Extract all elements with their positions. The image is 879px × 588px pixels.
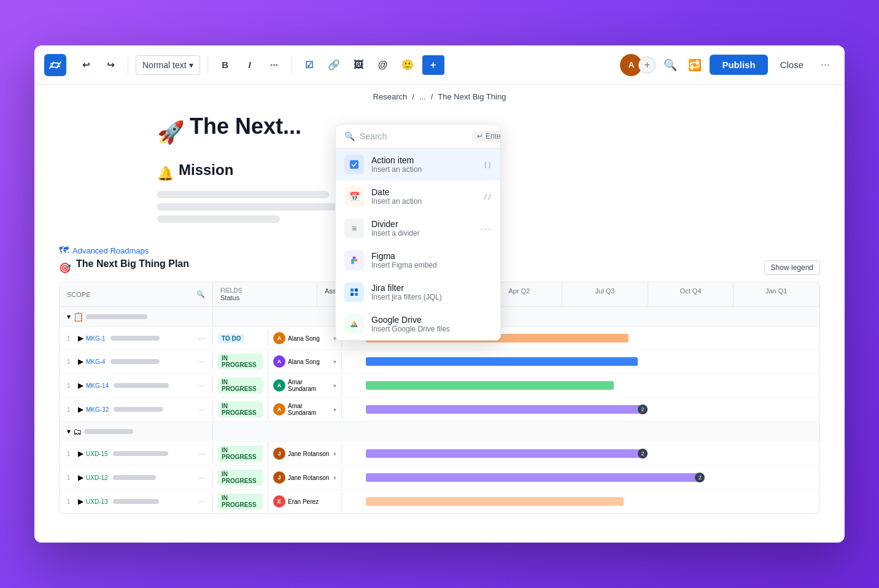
collapse-icon[interactable]: ▾	[67, 427, 71, 436]
insert-button[interactable]: +	[422, 55, 444, 75]
italic-button[interactable]: I	[240, 55, 260, 75]
undo-button[interactable]: ↩	[76, 55, 96, 75]
row-more-icon[interactable]: ···	[199, 381, 205, 390]
menu-item-divider[interactable]: ≡ Divider Insert a divider ---	[336, 212, 500, 244]
avatar-group: A +	[620, 54, 656, 76]
mkg4-bar	[110, 359, 160, 364]
expand-icon[interactable]: ▶	[78, 449, 83, 458]
uxd15-tag[interactable]: UXD-15	[86, 451, 108, 457]
row-more-icon[interactable]: ···	[199, 357, 205, 366]
assignee-chevron[interactable]: ▾	[333, 474, 336, 481]
mkg1-tag[interactable]: MKG-1	[86, 335, 106, 342]
breadcrumb-sep1: /	[412, 92, 414, 101]
more-format-button[interactable]: ···	[265, 55, 284, 75]
table-row: 1 ▶ UXD-12 ··· IN PROGRESS J Jane Rotans…	[60, 466, 819, 490]
status-badge: IN PROGRESS	[218, 354, 263, 369]
mkg4-tag[interactable]: MKG-4	[86, 358, 106, 365]
collapse-icon[interactable]: ▾	[67, 312, 71, 321]
menu-item-jira[interactable]: Jira filter Insert jira filters (JQL)	[336, 276, 500, 308]
task-button[interactable]: ☑	[300, 55, 319, 75]
mkg32-status: IN PROGRESS	[213, 398, 268, 421]
breadcrumb-ellipsis[interactable]: ...	[419, 92, 426, 101]
row-more-icon[interactable]: ···	[199, 405, 205, 414]
mkg14-tag[interactable]: MKG-14	[86, 382, 109, 389]
assignee-avatar: A	[273, 379, 285, 392]
image-button[interactable]: 🖼	[349, 55, 368, 75]
more-options-button[interactable]: ···	[816, 56, 835, 74]
text-format-dropdown[interactable]: Normal text ▾	[136, 55, 200, 75]
expand-icon[interactable]: ▶	[78, 334, 83, 342]
figma-icon	[344, 250, 364, 270]
uxd13-scope: 1 ▶ UXD-13 ···	[60, 492, 213, 511]
uxd13-status: IN PROGRESS	[213, 490, 268, 513]
mkg32-tag[interactable]: MKG-32	[86, 406, 109, 413]
menu-item-date[interactable]: 📅 Date Insert an action //	[336, 180, 500, 212]
row-more-icon[interactable]: ···	[199, 497, 205, 506]
plus-icon: +	[430, 60, 436, 71]
uxd12-tag[interactable]: UXD-12	[86, 474, 108, 481]
action-item-text: Action item Insert an action	[371, 155, 476, 174]
assignee-chevron[interactable]: ▾	[333, 406, 336, 413]
row-more-icon[interactable]: ···	[199, 449, 205, 458]
chevron-down-icon: ▾	[189, 60, 193, 70]
menu-item-google-drive[interactable]: Google Drive Insert Google Drive files	[336, 308, 500, 340]
uxd-group-icon: 🗂	[73, 427, 82, 436]
show-legend-button[interactable]: Show legend	[764, 260, 820, 275]
mention-button[interactable]: @	[373, 55, 393, 75]
search-scope-icon[interactable]: 🔍	[196, 290, 205, 298]
menu-item-action[interactable]: Action item Insert an action []	[336, 149, 500, 180]
assignee-chevron[interactable]: ▾	[333, 451, 336, 457]
uxd12-bar	[113, 475, 156, 480]
publish-button[interactable]: Publish	[710, 55, 767, 75]
q3-header: Jul Q3	[562, 282, 648, 306]
table-row: 1 ▶ UXD-13 ··· IN PROGRESS E Eran Perez	[60, 490, 819, 513]
search-button[interactable]: 🔍	[660, 55, 680, 75]
expand-icon[interactable]: ▶	[78, 357, 83, 366]
svg-rect-0	[350, 160, 358, 169]
mkg32-assignee: A Amar Sundaram ▾	[268, 399, 342, 420]
mkg1-scope: 1 ▶ MKG-1 ···	[60, 329, 213, 347]
action-item-shortcut: []	[484, 161, 492, 169]
emoji-button[interactable]: 🙂	[398, 55, 417, 75]
uxd-group-bar	[84, 429, 133, 434]
versions-button[interactable]: 🔁	[685, 55, 705, 75]
expand-icon[interactable]: ▶	[78, 381, 83, 390]
link-button[interactable]: 🔗	[324, 55, 344, 75]
group-row-uxd: ▾ 🗂	[60, 422, 819, 442]
divider-item-subtitle: Insert a divider	[371, 229, 472, 238]
assignee-avatar: A	[273, 403, 285, 416]
status-badge: IN PROGRESS	[218, 446, 263, 462]
menu-item-figma[interactable]: Figma Insert Figma embed	[336, 244, 500, 276]
status-badge: IN PROGRESS	[218, 377, 263, 393]
mkg14-scope: 1 ▶ MKG-14 ···	[60, 376, 213, 395]
expand-icon[interactable]: ▶	[78, 405, 83, 414]
mkg4-assignee: A Alana Song ▾	[268, 352, 342, 371]
assignee-avatar: E	[273, 495, 285, 508]
uxd13-tag[interactable]: UXD-13	[86, 498, 108, 505]
status-badge: IN PROGRESS	[218, 493, 263, 509]
assignee-chevron[interactable]: ▾	[333, 382, 336, 389]
mkg14-bar	[114, 383, 169, 388]
figma-item-subtitle: Insert Figma embed	[371, 261, 492, 269]
divider-3	[292, 56, 292, 74]
close-button[interactable]: Close	[773, 55, 811, 75]
bold-button[interactable]: B	[215, 55, 235, 75]
row-more-icon[interactable]: ···	[199, 473, 205, 482]
fields-column-header: FIELDS Status	[213, 282, 317, 306]
page-title[interactable]: The Next...	[190, 114, 301, 139]
search-input[interactable]	[360, 131, 467, 141]
expand-icon[interactable]: ▶	[78, 473, 83, 482]
breadcrumb-research[interactable]: Research	[373, 92, 408, 101]
gantt-bar	[366, 381, 614, 390]
expand-icon[interactable]: ▶	[78, 497, 83, 506]
uxd13-bar	[113, 499, 159, 504]
add-collaborator-button[interactable]: +	[638, 56, 656, 74]
row-more-icon[interactable]: ···	[199, 334, 205, 342]
mkg32-gantt: 2	[342, 398, 819, 420]
jira-icon	[344, 282, 364, 302]
assignee-chevron[interactable]: ▾	[333, 358, 336, 365]
redo-button[interactable]: ↪	[101, 55, 120, 75]
scope-column-header: SCOPE 🔍	[60, 282, 213, 306]
mkg32-bar	[114, 407, 163, 412]
action-item-subtitle: Insert an action	[371, 165, 476, 174]
